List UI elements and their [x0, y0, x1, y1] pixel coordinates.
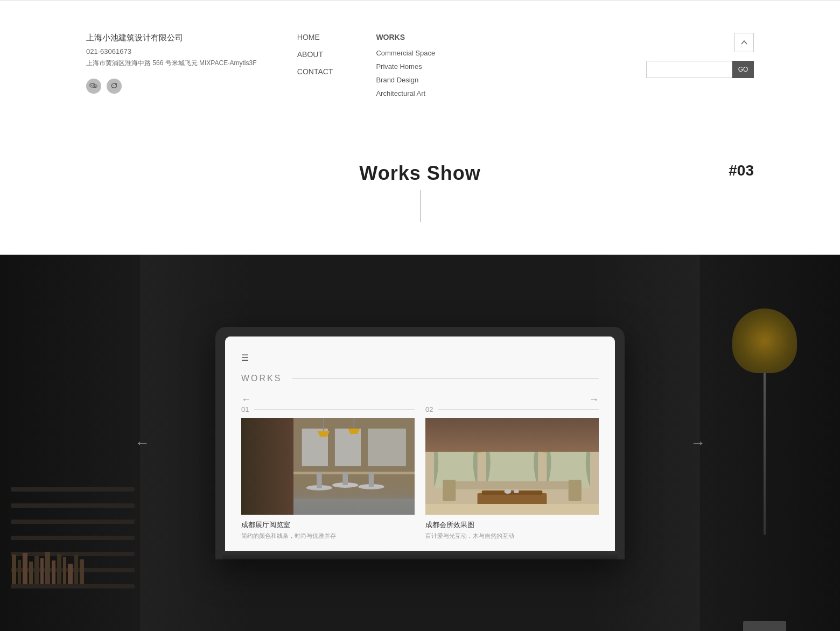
- svg-rect-64: [425, 504, 599, 515]
- footer-nav: HOME ABOUT CONTACT WORKS Commercial Spac…: [297, 33, 435, 97]
- nav-about[interactable]: ABOUT: [297, 50, 333, 59]
- svg-point-4: [94, 86, 95, 86]
- gallery-1-number-row: 01: [241, 405, 415, 413]
- svg-rect-57: [443, 481, 582, 489]
- works-architectural[interactable]: Architectural Art: [376, 89, 435, 97]
- nav-home[interactable]: HOME: [297, 33, 333, 41]
- gallery-prev-button[interactable]: ←: [135, 434, 150, 452]
- gallery-2-number-row: 02: [425, 405, 599, 413]
- footer-left: 上海小池建筑设计有限公司 021-63061673 上海市黄浦区淮海中路 566…: [86, 33, 297, 94]
- svg-rect-16: [264, 424, 268, 433]
- gallery-item-1: 01: [241, 405, 415, 540]
- bg-right-lamp: [700, 255, 840, 631]
- svg-rect-30: [335, 429, 361, 466]
- weibo-icon[interactable]: [107, 79, 122, 94]
- screen-works-line: [292, 378, 599, 379]
- scroll-to-top-button[interactable]: [734, 33, 754, 52]
- footer-right: GO: [646, 33, 754, 78]
- svg-rect-45: [547, 418, 554, 439]
- gallery-1-title: 成都展厅阅览室: [241, 520, 415, 530]
- section-divider: [420, 190, 421, 222]
- screen-next-arrow[interactable]: →: [589, 394, 599, 405]
- gallery-image-2: [425, 418, 599, 515]
- svg-rect-54: [486, 439, 538, 488]
- svg-rect-58: [443, 480, 456, 501]
- svg-point-1: [91, 85, 92, 86]
- svg-rect-55: [547, 439, 590, 488]
- works-show-title: Works Show: [359, 162, 480, 185]
- laptop-screen: 沪·庄·N ☰ WORKS ← →: [225, 336, 615, 551]
- svg-rect-15: [257, 422, 263, 433]
- svg-rect-18: [246, 440, 251, 451]
- company-name: 上海小池建筑设计有限公司: [86, 33, 297, 43]
- svg-point-62: [505, 489, 512, 494]
- svg-rect-40: [438, 418, 445, 439]
- footer-section: 上海小池建筑设计有限公司 021-63061673 上海市黄浦区淮海中路 566…: [0, 0, 840, 130]
- svg-rect-11: [241, 472, 293, 473]
- svg-point-5: [95, 86, 96, 86]
- svg-rect-44: [525, 418, 532, 439]
- search-input[interactable]: [646, 61, 732, 78]
- works-show-section: Works Show #03: [0, 130, 840, 255]
- svg-rect-21: [264, 441, 268, 451]
- laptop-frame: 沪·庄·N ☰ WORKS ← →: [215, 327, 625, 559]
- screen-content: ☰ WORKS ← →: [225, 336, 615, 551]
- bg-left-bookshelf: [0, 255, 140, 631]
- works-brand-design[interactable]: Brand Design: [376, 76, 435, 84]
- works-private-homes[interactable]: Private Homes: [376, 62, 435, 71]
- works-show-number: #03: [729, 162, 754, 179]
- svg-point-23: [306, 485, 332, 490]
- svg-point-50: [505, 442, 519, 451]
- laptop-screen-bezel: 沪·庄·N ☰ WORKS ← →: [225, 336, 615, 551]
- device-section: ← 沪·庄·N ☰ WORKS: [0, 255, 840, 631]
- svg-rect-10: [241, 453, 293, 454]
- works-menu-title[interactable]: WORKS: [376, 33, 435, 41]
- gallery-1-subtitle: 简约的颜色和线条，时尚与优雅并存: [241, 532, 415, 540]
- gallery-2-title: 成都会所效果图: [425, 520, 599, 530]
- svg-rect-31: [368, 429, 406, 466]
- svg-rect-8: [241, 418, 293, 515]
- search-button[interactable]: GO: [732, 61, 754, 78]
- svg-rect-28: [369, 472, 374, 487]
- company-address: 上海市黄浦区淮海中路 566 号米城飞元 MIXPACE·Amytis3F: [86, 59, 297, 68]
- hamburger-menu-icon[interactable]: ☰: [241, 353, 599, 363]
- nav-contact[interactable]: CONTACT: [297, 67, 333, 76]
- works-show-header: Works Show #03: [86, 162, 754, 185]
- search-form: GO: [646, 61, 754, 78]
- wechat-icon[interactable]: [86, 79, 101, 94]
- svg-rect-53: [434, 439, 478, 488]
- works-commercial[interactable]: Commercial Space: [376, 49, 435, 57]
- gallery-2-number: 02: [425, 405, 433, 413]
- svg-rect-14: [251, 424, 256, 433]
- screen-gallery: 01: [241, 405, 599, 540]
- gallery-next-button[interactable]: →: [690, 434, 705, 452]
- screen-prev-arrow[interactable]: ←: [241, 394, 251, 405]
- screen-works-label: WORKS: [241, 374, 282, 383]
- svg-rect-38: [425, 418, 599, 439]
- svg-rect-39: [425, 418, 599, 421]
- svg-rect-59: [569, 480, 582, 501]
- svg-point-0: [90, 83, 95, 87]
- gallery-1-line: [254, 409, 415, 410]
- company-phone: 021-63061673: [86, 47, 297, 55]
- svg-rect-19: [251, 441, 256, 451]
- gallery-image-1: [241, 418, 415, 515]
- svg-rect-26: [342, 472, 348, 485]
- svg-rect-20: [257, 439, 263, 451]
- social-links: [86, 79, 297, 94]
- svg-rect-36: [293, 499, 415, 515]
- gallery-2-subtitle: 百计爱与光互动，木与自然的互动: [425, 532, 599, 540]
- laptop-mockup: 沪·庄·N ☰ WORKS ← →: [215, 327, 625, 559]
- svg-rect-12: [241, 490, 293, 492]
- screen-nav-row: ← →: [241, 394, 599, 405]
- footer-works-menu: WORKS Commercial Space Private Homes Bra…: [376, 33, 435, 97]
- svg-rect-61: [482, 490, 543, 495]
- svg-rect-41: [460, 418, 467, 439]
- svg-rect-22: [293, 472, 415, 474]
- screen-works-header: WORKS: [241, 374, 599, 383]
- svg-rect-24: [317, 472, 322, 488]
- gallery-2-line: [438, 409, 599, 410]
- gallery-1-number: 01: [241, 405, 249, 413]
- svg-rect-13: [246, 423, 251, 433]
- svg-rect-17: [269, 423, 275, 433]
